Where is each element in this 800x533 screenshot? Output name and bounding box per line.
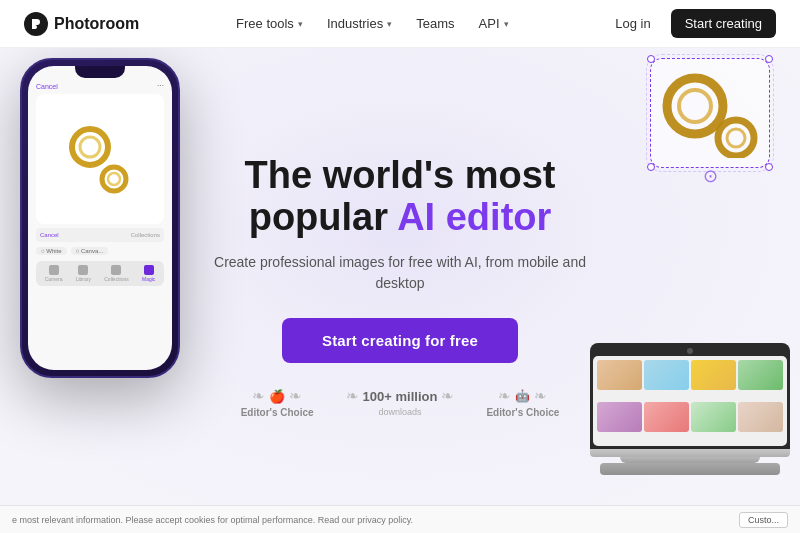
badge-sub: downloads [378,407,421,417]
svg-point-0 [72,129,108,165]
phone-icons: ⋯ [157,82,164,90]
thumbnail [644,402,689,432]
phone-image-area [36,94,164,224]
badge-downloads: ❧ 100+ million ❧ downloads [346,387,455,418]
badges-section: ❧ 🍎 ❧ Editor's Choice ❧ 100+ million ❧ d… [210,387,590,418]
login-button[interactable]: Log in [605,10,660,37]
thumbnail [597,402,642,432]
logo-icon [24,12,48,36]
svg-point-3 [108,173,120,185]
thumbnail [597,360,642,390]
download-count: 100+ million [363,389,438,404]
android-icon: 🤖 [515,389,530,403]
hero-content: The world's most popular AI editor Creat… [210,155,590,419]
cookie-bar: e most relevant information. Please acce… [0,505,800,533]
badge-android: ❧ 🤖 ❧ Editor's Choice [486,387,559,418]
nav-free-tools[interactable]: Free tools ▾ [236,16,303,31]
selection-handle [765,55,773,63]
svg-point-6 [718,120,754,156]
phone-cancel-top: Cancel [36,83,58,90]
laurel-left-icon: ❧ [252,387,265,405]
laurel-right-icon: ❧ [289,387,302,405]
laptop-screen [593,356,787,446]
thumbnail [738,402,783,432]
laurel-left-icon: ❧ [498,387,511,405]
laurel-right-icon: ❧ [441,387,454,405]
chevron-down-icon: ▾ [298,19,303,29]
nav-links: Free tools ▾ Industries ▾ Teams API ▾ [236,16,508,31]
thumbnail [691,402,736,432]
selection-handle [765,163,773,171]
hero-section: Cancel ⋯ [0,48,800,505]
customize-cookies-button[interactable]: Custo... [739,512,788,528]
phone-notch [75,66,125,78]
svg-point-4 [667,78,723,134]
nav-api[interactable]: API ▾ [479,16,509,31]
chevron-down-icon: ▾ [504,19,509,29]
svg-point-5 [679,90,711,122]
ai-editor-text: AI editor [397,196,551,238]
nav-teams[interactable]: Teams [416,16,454,31]
phone-mockup: Cancel ⋯ [20,58,190,398]
laptop-mockup [590,343,790,475]
target-icon: ⊙ [703,165,718,187]
thumbnail [644,360,689,390]
badge-apple: ❧ 🍎 ❧ Editor's Choice [241,387,314,418]
badge-label: Editor's Choice [241,407,314,418]
earring-asset: ⊙ [650,58,770,168]
phone-collections: Collections [131,232,160,238]
chevron-down-icon: ▾ [387,19,392,29]
svg-point-7 [727,129,745,147]
logo-text: Photoroom [54,15,139,33]
cookie-text: e most relevant information. Please acce… [12,515,413,525]
laurel-left-icon: ❧ [346,387,359,405]
hero-subtitle: Create professional images for free with… [210,252,590,294]
nav-industries[interactable]: Industries ▾ [327,16,392,31]
selection-handle [647,163,655,171]
apple-icon: 🍎 [269,389,285,404]
nav-actions: Log in Start creating [605,9,776,38]
start-creating-cta-button[interactable]: Start creating for free [282,318,518,363]
laptop-base [590,449,790,457]
phone-tabs: Camera Library Collections Magic [36,261,164,286]
svg-point-1 [80,137,100,157]
thumbnail [738,360,783,390]
phone-cancel-bottom: Cancel [40,232,59,238]
selection-handle [647,55,655,63]
laptop-bottom [600,463,780,475]
hero-title: The world's most popular AI editor [210,155,590,239]
logo[interactable]: Photoroom [24,12,139,36]
navbar: Photoroom Free tools ▾ Industries ▾ Team… [0,0,800,48]
thumbnail [691,360,736,390]
laurel-right-icon: ❧ [534,387,547,405]
start-creating-nav-button[interactable]: Start creating [671,9,776,38]
badge-label: Editor's Choice [486,407,559,418]
svg-point-2 [102,167,126,191]
laptop-camera [687,348,693,354]
